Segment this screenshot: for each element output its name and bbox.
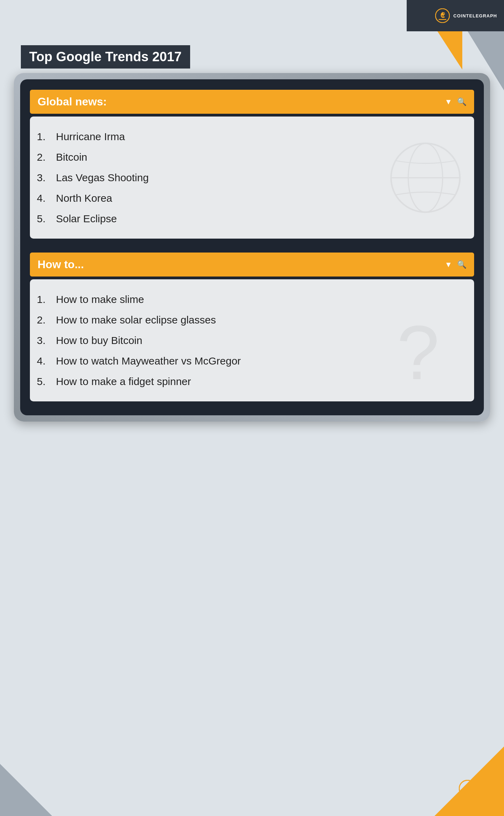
dropdown-icon-howto[interactable]: ▼ (445, 260, 452, 269)
card-outer: Global news: ▼ 🔍 1. H (14, 73, 490, 422)
globe-watermark (387, 139, 464, 216)
main-title: Top Google Trends 2017 (21, 45, 190, 69)
triangle-gray-bottom (0, 764, 52, 816)
section-title-howto: How to... (38, 258, 84, 271)
item-text: Hurricane Irma (56, 130, 125, 143)
item-num: 4. (37, 354, 56, 368)
item-text: Las Vegas Shooting (56, 171, 149, 184)
logo-icon: ₢ (435, 8, 450, 23)
item-num: 1. (37, 293, 56, 306)
howto-list-container: ? 1. How to make slime 2. How to make so… (30, 279, 474, 401)
item-text: How to make solar eclipse glasses (56, 313, 216, 327)
section-title-global: Global news: (38, 95, 107, 108)
section-how-to: How to... ▼ 🔍 ? 1. How to make slime 2. (30, 253, 474, 401)
item-text: North Korea (56, 191, 112, 205)
item-num: 2. (37, 313, 56, 327)
section-header-icons-howto: ▼ 🔍 (445, 260, 466, 269)
global-list-container: 1. Hurricane Irma 2. Bitcoin 3. Las Vega… (30, 117, 474, 239)
item-text: Solar Eclipse (56, 212, 117, 225)
bottom-logo-icon: ₢ (459, 780, 476, 797)
item-text: How to watch Mayweather vs McGregor (56, 354, 241, 368)
item-num: 1. (37, 130, 56, 143)
list-item: 1. How to make slime (37, 289, 463, 310)
item-num: 3. (37, 171, 56, 184)
item-num: 5. (37, 375, 56, 388)
section-header-global: Global news: ▼ 🔍 (30, 90, 474, 114)
dropdown-icon[interactable]: ▼ (445, 97, 452, 106)
item-num: 2. (37, 150, 56, 164)
top-header: ₢ COINTELEGRAPH (407, 0, 504, 31)
search-icon[interactable]: 🔍 (457, 97, 466, 106)
item-text: Bitcoin (56, 150, 87, 164)
item-text: How to make a fidget spinner (56, 375, 191, 388)
question-watermark: ? (397, 314, 439, 391)
item-num: 4. (37, 191, 56, 205)
section-global-news: Global news: ▼ 🔍 1. H (30, 90, 474, 239)
logo-text: COINTELEGRAPH (453, 13, 497, 18)
main-title-container: Top Google Trends 2017 (21, 45, 190, 69)
item-num: 3. (37, 334, 56, 347)
card-inner: Global news: ▼ 🔍 1. H (20, 79, 484, 415)
section-header-howto: How to... ▼ 🔍 (30, 253, 474, 277)
bottom-logo: ₢ (459, 780, 476, 799)
item-text: How to buy Bitcoin (56, 334, 142, 347)
search-icon-howto[interactable]: 🔍 (457, 260, 466, 269)
section-header-icons: ▼ 🔍 (445, 97, 466, 106)
item-text: How to make slime (56, 293, 144, 306)
item-num: 5. (37, 212, 56, 225)
